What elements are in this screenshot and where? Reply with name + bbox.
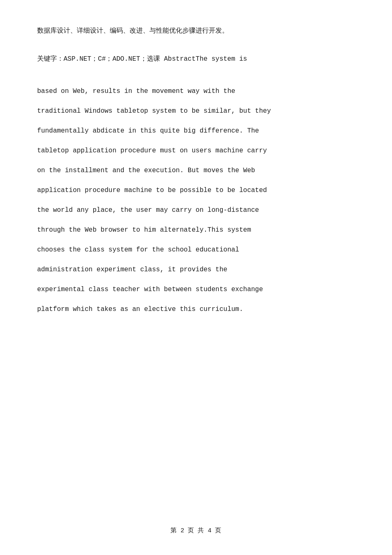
abstract-block: based on Web, results in the movement wa…: [37, 81, 355, 319]
abstract-line: administration experiment class, it prov…: [37, 260, 355, 280]
abstract-line: traditional Windows tabletop system to b…: [37, 101, 355, 121]
abstract-line: application procedure machine to be poss…: [37, 180, 355, 200]
page-container: 数据库设计、详细设计、编码、改进、与性能优化步骤进行开发。 关键字：ASP.NE…: [0, 0, 392, 555]
content-area: 数据库设计、详细设计、编码、改进、与性能优化步骤进行开发。 关键字：ASP.NE…: [37, 25, 355, 319]
keywords-line: 关键字：ASP.NET；C#；ADO.NET；选课 AbstractThe sy…: [37, 53, 355, 65]
chinese-paragraph: 数据库设计、详细设计、编码、改进、与性能优化步骤进行开发。: [37, 25, 355, 37]
abstract-line: tabletop application procedure must on u…: [37, 141, 355, 161]
page-footer: 第 2 页 共 4 页: [0, 527, 392, 534]
abstract-line: based on Web, results in the movement wa…: [37, 81, 355, 101]
abstract-line: chooses the class system for the school …: [37, 240, 355, 260]
abstract-line: on the installment and the execution. Bu…: [37, 161, 355, 180]
abstract-line: platform which takes as an elective this…: [37, 299, 355, 319]
abstract-line: fundamentally abdicate in this quite big…: [37, 121, 355, 141]
abstract-line: the world any place, the user may carry …: [37, 200, 355, 220]
abstract-line: experimental class teacher with between …: [37, 280, 355, 299]
abstract-line: through the Web browser to him alternate…: [37, 220, 355, 240]
